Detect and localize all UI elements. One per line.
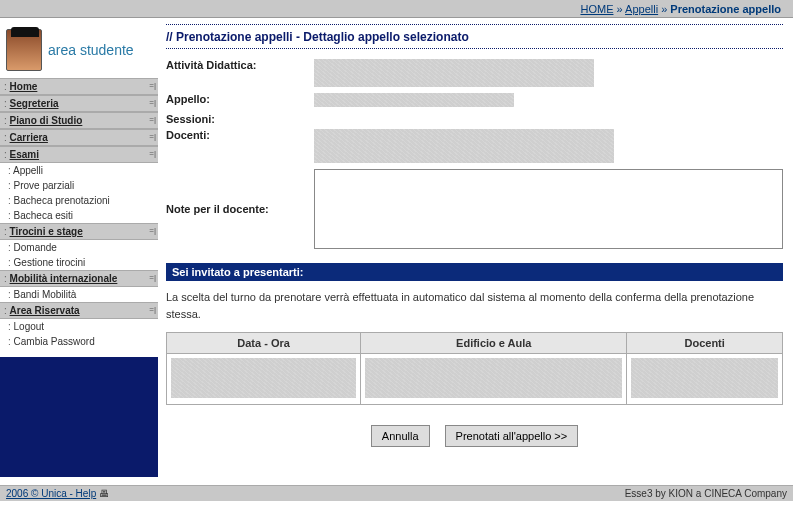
breadcrumb: HOME » Appelli » Prenotazione appello <box>0 0 793 18</box>
th-data-ora: Data - Ora <box>167 333 361 354</box>
avatar <box>6 29 42 71</box>
sidebar: area studente Home=| Segreteria=| Piano … <box>0 18 158 477</box>
nav-esami[interactable]: Esami=| <box>0 146 158 163</box>
nav-home[interactable]: Home=| <box>0 78 158 95</box>
label-note: Note per il docente: <box>166 203 306 215</box>
note-textarea[interactable] <box>314 169 783 249</box>
footer: 2006 © Unica - Help 🖶 Esse3 by KION a CI… <box>0 485 793 501</box>
print-icon[interactable]: 🖶 <box>99 488 109 499</box>
brand-box: area studente <box>0 18 158 78</box>
value-appello <box>314 93 783 109</box>
table-row <box>167 354 783 405</box>
nav-bacheca-esiti[interactable]: Bacheca esiti <box>0 208 158 223</box>
nav-appelli[interactable]: Appelli <box>0 163 158 178</box>
main-content: // Prenotazione appelli - Dettaglio appe… <box>158 18 793 477</box>
label-docenti: Docenti: <box>166 129 306 165</box>
breadcrumb-appelli[interactable]: Appelli <box>625 3 658 15</box>
breadcrumb-current: Prenotazione appello <box>670 3 781 15</box>
label-attivita: Attività Didattica: <box>166 59 306 89</box>
invite-bar: Sei invitato a presentarti: <box>166 263 783 281</box>
footer-right: Esse3 by KION a CINECA Company <box>625 488 787 499</box>
nav: Home=| Segreteria=| Piano di Studio=| Ca… <box>0 78 158 349</box>
nav-tirocini[interactable]: Tirocini e stage=| <box>0 223 158 240</box>
value-sessioni <box>314 113 783 125</box>
nav-carriera[interactable]: Carriera=| <box>0 129 158 146</box>
slots-table: Data - Ora Edificio e Aula Docenti <box>166 332 783 405</box>
th-docenti: Docenti <box>627 333 783 354</box>
nav-prove-parziali[interactable]: Prove parziali <box>0 178 158 193</box>
value-attivita <box>314 59 783 89</box>
nav-bandi-mobilita[interactable]: Bandi Mobilità <box>0 287 158 302</box>
value-docenti <box>314 129 783 165</box>
footer-left[interactable]: 2006 © Unica - Help <box>6 488 96 499</box>
nav-area-riservata[interactable]: Area Riservata=| <box>0 302 158 319</box>
nav-logout[interactable]: Logout <box>0 319 158 334</box>
brand-text: area studente <box>48 42 134 58</box>
nav-gestione-tirocini[interactable]: Gestione tirocini <box>0 255 158 270</box>
nav-mobilita[interactable]: Mobilità internazionale=| <box>0 270 158 287</box>
nav-bacheca-prenotazioni[interactable]: Bacheca prenotazioni <box>0 193 158 208</box>
cancel-button[interactable]: Annulla <box>371 425 430 447</box>
nav-domande[interactable]: Domande <box>0 240 158 255</box>
label-sessioni: Sessioni: <box>166 113 306 125</box>
nav-cambia-password[interactable]: Cambia Password <box>0 334 158 349</box>
sidebar-filler <box>0 357 158 477</box>
th-edificio-aula: Edificio e Aula <box>361 333 627 354</box>
nav-piano[interactable]: Piano di Studio=| <box>0 112 158 129</box>
invite-description: La scelta del turno da prenotare verrà e… <box>166 289 783 322</box>
nav-segreteria[interactable]: Segreteria=| <box>0 95 158 112</box>
label-appello: Appello: <box>166 93 306 109</box>
book-button[interactable]: Prenotati all'appello >> <box>445 425 579 447</box>
breadcrumb-home[interactable]: HOME <box>580 3 613 15</box>
page-title: // Prenotazione appelli - Dettaglio appe… <box>166 28 783 46</box>
